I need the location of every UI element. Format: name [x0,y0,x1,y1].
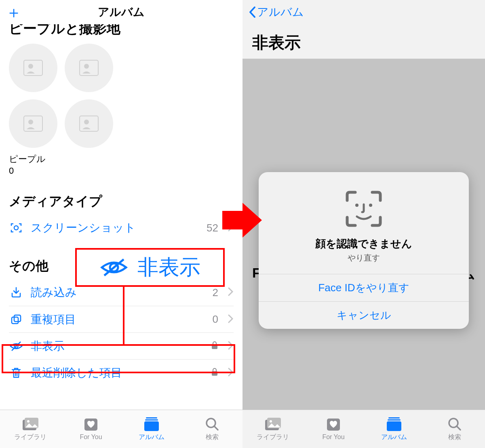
callout-label: 非表示 [137,253,200,282]
duplicate-icon [9,313,23,326]
library-icon [264,417,281,431]
row-label: 最近削除した項目 [31,365,204,381]
svg-line-25 [215,427,218,430]
person-card-icon [79,116,99,132]
svg-point-5 [28,120,33,124]
page-title: 非表示 [242,24,485,59]
svg-point-30 [270,420,272,423]
tab-label: ライブラリ [14,433,46,442]
tab-label: 検索 [206,433,219,442]
row-label: 重複項目 [31,312,205,327]
tab-library[interactable]: ライブラリ [0,410,61,448]
chevron-right-icon [228,340,234,353]
svg-point-27 [369,204,372,207]
tab-label: For You [322,433,344,441]
svg-rect-9 [12,317,18,324]
foryou-icon [83,417,99,432]
row-label: 読み込み [31,285,205,300]
person-card-icon [23,116,43,132]
cancel-button[interactable]: キャンセル [259,301,469,329]
faceid-modal: 顔を認識できません やり直す Face IDをやり直す キャンセル [259,172,469,329]
tab-foryou[interactable]: For You [61,410,121,448]
people-avatar-placeholder[interactable] [9,44,57,92]
media-row-count: 52 [207,222,218,234]
back-button[interactable]: アルバム [248,4,304,20]
header-title: アルバム [0,4,242,20]
svg-line-12 [12,342,21,351]
other-row-duplicates[interactable]: 重複項目 0 [9,306,234,332]
search-icon [205,417,219,431]
svg-point-3 [84,64,89,69]
svg-point-26 [355,204,358,207]
tab-search[interactable]: 検索 [182,410,242,448]
library-icon [22,417,39,431]
svg-point-1 [28,64,33,69]
add-button[interactable]: ＋ [6,4,22,20]
tab-library[interactable]: ライブラリ [242,410,303,448]
tab-albums[interactable]: アルバム [121,410,182,448]
arrow-right-icon [222,202,263,238]
svg-rect-10 [14,315,21,322]
albums-screen: ＋ アルバム ピープルと撮影地 ピープル0 メディアタイプ [0,0,242,448]
dimmed-body: Faム 顔を認識できません やり直す Face IDをやり直す キャンセル [242,59,485,410]
albums-icon [143,417,160,431]
svg-line-36 [457,427,460,430]
hidden-album-screen: アルバム 非表示 Faム 顔を認識できません やり直す Face IDをやり直す… [242,0,485,448]
modal-title: 顔を認識できません [267,237,461,251]
svg-rect-34 [387,421,401,431]
tab-label: アルバム [139,433,164,442]
lock-icon [211,340,218,353]
screenshot-icon [9,221,23,234]
svg-marker-37 [222,203,262,238]
svg-rect-32 [388,417,400,419]
svg-point-24 [207,419,215,427]
media-row-screenshots[interactable]: スクリーンショット 52 [9,215,234,241]
people-avatar-placeholder[interactable] [9,99,57,148]
modal-subtitle: やり直す [267,252,461,263]
tab-label: 検索 [448,433,461,442]
eye-slash-icon [9,341,23,352]
media-row-label: スクリーンショット [31,220,199,236]
people-avatar-placeholder[interactable] [65,44,113,92]
faceid-retry-button[interactable]: Face IDをやり直す [259,274,469,301]
people-avatar-placeholder[interactable] [65,99,113,148]
svg-rect-33 [388,419,401,421]
faceid-icon [342,187,386,231]
foryou-icon [326,417,341,432]
svg-rect-13 [212,345,217,349]
tab-label: アルバム [381,433,407,442]
lock-icon [211,366,218,379]
chevron-right-icon [228,313,234,326]
tab-albums[interactable]: アルバム [364,410,424,448]
chevron-right-icon [228,366,234,379]
other-row-hidden[interactable]: 非表示 [9,332,234,359]
people-album-label: ピープル0 [9,154,234,177]
trash-icon [9,367,23,379]
person-card-icon [79,60,99,76]
search-icon [447,417,462,431]
svg-point-7 [84,120,89,124]
people-avatars [9,44,122,148]
row-count: 2 [213,286,218,299]
chevron-left-icon [248,6,256,18]
tabbar: ライブラリ For You アルバム 検索 [0,410,242,448]
header: アルバム [242,0,485,24]
row-count: 0 [213,313,218,326]
svg-rect-22 [145,419,158,421]
callout-connector [123,287,124,345]
import-icon [9,286,23,299]
media-type-section-title: メディアタイプ [9,193,234,210]
back-label: アルバム [257,4,304,20]
other-row-recently-deleted[interactable]: 最近削除した項目 [9,359,234,386]
tab-foryou[interactable]: For You [303,410,364,448]
tab-search[interactable]: 検索 [424,410,485,448]
tab-label: For You [80,433,102,441]
tabbar: ライブラリ For You アルバム 検索 [242,410,485,448]
person-card-icon [23,60,43,76]
eye-slash-icon [99,257,129,278]
svg-point-8 [14,226,18,230]
chevron-right-icon [228,286,234,299]
svg-point-35 [449,419,458,427]
header: ＋ アルバム [0,0,242,24]
svg-rect-21 [146,417,157,419]
